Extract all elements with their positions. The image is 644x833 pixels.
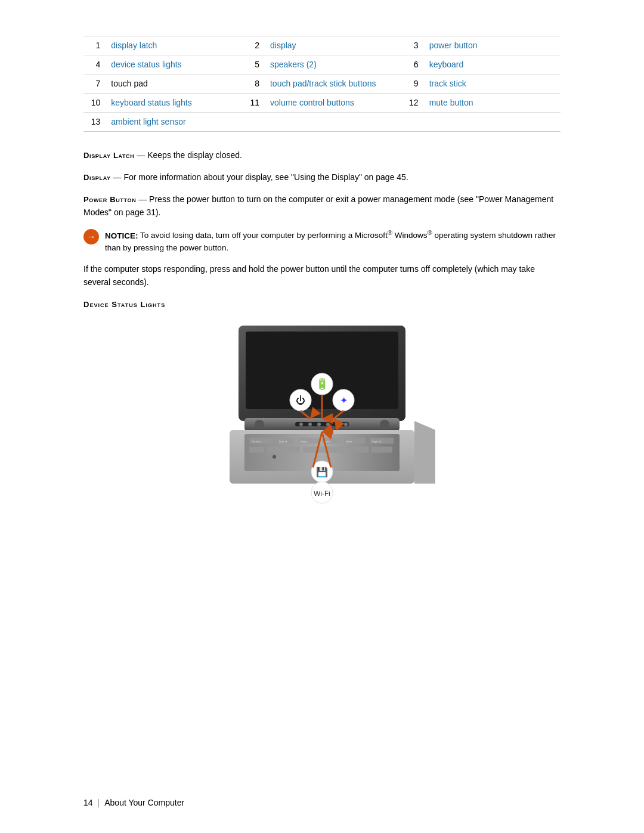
svg-point-50 — [273, 455, 276, 459]
display-term: Display — [83, 173, 111, 182]
footer-separator: | — [98, 797, 100, 809]
power-button-term: Power Button — [83, 195, 136, 204]
table-cell-num: 9 — [401, 75, 424, 94]
notice-box: → NOTICE: To avoid losing data, turn off… — [83, 228, 561, 254]
body-paragraph: If the computer stops responding, press … — [83, 262, 561, 289]
table-cell-label[interactable]: power button — [425, 36, 561, 55]
table-cell-label[interactable]: display — [265, 36, 401, 55]
table-cell-label[interactable]: display latch — [106, 36, 242, 55]
laptop-illustration: Prt Scrn Num Lk Pause Insert Home Page U… — [197, 320, 447, 504]
table-cell-label[interactable]: touch pad/track stick buttons — [265, 75, 401, 94]
table-row: 7 touch pad 8 touch pad/track stick butt… — [83, 75, 561, 94]
table-cell-num: 7 — [83, 75, 106, 94]
table-cell-label[interactable]: ambient light sensor — [106, 113, 561, 132]
svg-text:🔋: 🔋 — [315, 377, 329, 391]
table-cell-label[interactable]: keyboard status lights — [106, 94, 242, 113]
svg-text:Page Up: Page Up — [372, 440, 382, 443]
display-text: For more information about your display,… — [123, 172, 408, 182]
table-cell-num: 13 — [83, 113, 106, 132]
page-number: 14 — [83, 797, 93, 809]
svg-text:Home: Home — [346, 440, 352, 443]
table-cell-label[interactable]: mute button — [425, 94, 561, 113]
power-button-section: Power Button — Press the power button to… — [83, 193, 561, 219]
table-cell-label[interactable]: speakers (2) — [265, 55, 401, 75]
footer-section: About Your Computer — [104, 797, 184, 809]
svg-rect-24 — [285, 447, 300, 453]
display-dash: — — [113, 172, 124, 182]
table-cell-num: 2 — [243, 36, 265, 55]
display-latch-text: Keeps the display closed. — [147, 150, 242, 160]
svg-text:Prt Scrn: Prt Scrn — [252, 440, 261, 443]
table-cell-label[interactable]: volume control buttons — [265, 94, 401, 113]
display-latch-term: Display Latch — [83, 151, 134, 160]
display-latch-section: Display Latch — Keeps the display closed… — [83, 148, 561, 162]
notice-body: To avoid losing data, turn off your comp… — [105, 231, 556, 252]
svg-point-6 — [380, 420, 389, 429]
parts-table: 1 display latch 2 display 3 power button… — [83, 36, 561, 132]
svg-point-11 — [326, 423, 330, 426]
svg-point-13 — [344, 423, 348, 426]
table-row: 1 display latch 2 display 3 power button — [83, 36, 561, 55]
table-row: 10 keyboard status lights 11 volume cont… — [83, 94, 561, 113]
svg-text:Num Lk: Num Lk — [279, 440, 287, 443]
table-cell-num: 6 — [401, 55, 424, 75]
table-cell-label[interactable]: device status lights — [106, 55, 242, 75]
svg-point-5 — [255, 420, 264, 429]
svg-marker-34 — [414, 421, 435, 484]
svg-text:Pause: Pause — [301, 440, 308, 443]
svg-text:💾: 💾 — [316, 466, 328, 478]
device-image-container: Prt Scrn Num Lk Pause Insert Home Page U… — [83, 320, 561, 504]
notice-bold: NOTICE: — [105, 231, 138, 240]
svg-point-9 — [308, 423, 312, 426]
display-section: Display — For more information about you… — [83, 171, 561, 184]
svg-rect-23 — [267, 447, 282, 453]
device-status-heading: Device Status Lights — [83, 299, 561, 311]
table-cell-num: 1 — [83, 36, 106, 55]
display-latch-dash: — — [137, 150, 147, 160]
table-row: 4 device status lights 5 speakers (2) 6 … — [83, 55, 561, 75]
table-cell-label[interactable]: keyboard — [425, 55, 561, 75]
svg-rect-26 — [354, 447, 369, 453]
svg-point-8 — [299, 423, 303, 426]
table-cell-num: 5 — [243, 55, 265, 75]
power-button-dash: — — [138, 194, 149, 204]
power-button-text: Press the power button to turn on the co… — [83, 194, 553, 218]
svg-text:Wi-Fi: Wi-Fi — [314, 490, 330, 498]
table-cell-num: 12 — [401, 94, 424, 113]
table-cell-num: 8 — [243, 75, 265, 94]
svg-text:⏻: ⏻ — [296, 395, 305, 405]
svg-text:✦: ✦ — [340, 395, 348, 405]
svg-point-10 — [317, 423, 321, 426]
notice-icon: → — [83, 229, 99, 244]
table-cell-num: 10 — [83, 94, 106, 113]
svg-point-12 — [335, 423, 339, 426]
table-row: 13 ambient light sensor — [83, 113, 561, 132]
table-cell-label[interactable]: track stick — [425, 75, 561, 94]
table-cell-label: touch pad — [106, 75, 242, 94]
notice-text: NOTICE: To avoid losing data, turn off y… — [105, 228, 561, 254]
table-cell-num: 3 — [401, 36, 424, 55]
svg-rect-22 — [249, 447, 264, 453]
svg-rect-27 — [371, 447, 392, 453]
table-cell-num: 4 — [83, 55, 106, 75]
page-footer: 14 | About Your Computer — [83, 797, 184, 809]
svg-rect-7 — [295, 422, 349, 426]
table-cell-num: 11 — [243, 94, 265, 113]
